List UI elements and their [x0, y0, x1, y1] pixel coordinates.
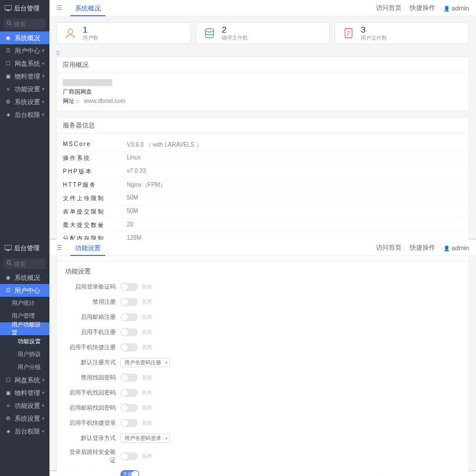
- svg-rect-10: [5, 245, 12, 250]
- chevron-down-icon: ▾: [42, 377, 45, 383]
- nav-user[interactable]: ☰用户中心▾: [0, 44, 49, 57]
- topbar: ☰ 系统概况 访问首页 快捷操作 admin: [49, 0, 476, 16]
- gauge-icon: ◉: [5, 35, 12, 41]
- spec-row: 操作系统Linux: [63, 152, 463, 165]
- info-line: ████████████: [63, 78, 463, 87]
- chevron-down-icon: ▾: [42, 73, 45, 79]
- nav-system[interactable]: ⚙系统设置▾: [0, 95, 49, 108]
- nav-feature[interactable]: ≡功能设置▾: [0, 83, 49, 95]
- toggle[interactable]: 开启: [120, 470, 139, 476]
- nav-user-stats[interactable]: 用户统计: [0, 297, 49, 310]
- chevron-down-icon: ▾: [42, 428, 45, 434]
- nav-feature-settings[interactable]: 功能设置: [0, 335, 49, 348]
- select-register-method[interactable]: 用户名密码注册: [120, 358, 170, 367]
- topbar-user[interactable]: admin: [443, 244, 469, 251]
- nav-overview[interactable]: ◉系统概况: [0, 31, 49, 44]
- brand-label: 后台管理: [14, 244, 40, 253]
- svg-rect-0: [5, 5, 12, 10]
- nav-material[interactable]: ▣物料管理▾: [0, 70, 49, 83]
- main: ☰ 系统概况 访问首页 快捷操作 admin 1用户数 2物理文件数 3: [49, 0, 476, 270]
- section-title: 应用概况: [57, 57, 468, 73]
- nav-perm[interactable]: ◈后台权限▾: [0, 425, 49, 438]
- section-app-overview: 应用概况 ████████████ 广商国网盘 网址：www.dbnwl.com: [56, 56, 469, 111]
- stat-files-physical: 2物理文件数: [196, 22, 330, 44]
- toggle[interactable]: [120, 313, 138, 321]
- gear-icon: ⚙: [5, 99, 12, 105]
- gauge-icon: ◉: [5, 275, 12, 280]
- search-box[interactable]: [3, 19, 46, 29]
- nav-system[interactable]: ⚙系统设置▾: [0, 412, 49, 425]
- toggle[interactable]: [120, 419, 138, 427]
- tab-usermgmt[interactable]: 用户管理: [70, 471, 105, 476]
- chevron-down-icon: ▾: [42, 48, 45, 54]
- svg-point-12: [7, 261, 10, 264]
- toggle[interactable]: [120, 452, 138, 460]
- sliders-icon: ≡: [5, 86, 12, 92]
- nav-user-feature[interactable]: 用户功能设置▾: [0, 322, 49, 335]
- stat-num: 2: [222, 25, 248, 34]
- user-icon: ☰: [5, 287, 12, 293]
- brand-label: 后台管理: [14, 4, 40, 13]
- chevron-down-icon: ▾: [42, 326, 45, 332]
- toggle[interactable]: [120, 389, 138, 397]
- disk-icon: ☐: [5, 61, 12, 66]
- search-icon: [6, 20, 12, 26]
- stat-label: 用户数: [83, 35, 98, 41]
- chevron-down-icon: ▾: [42, 390, 45, 396]
- menu-toggle-icon[interactable]: ☰: [56, 244, 62, 251]
- toggle[interactable]: [120, 328, 138, 336]
- box-icon: ▣: [5, 390, 12, 396]
- section-title: 服务器信息: [57, 118, 468, 134]
- stat-num: 1: [83, 25, 98, 34]
- svg-point-4: [68, 29, 73, 34]
- file-icon: [341, 26, 356, 41]
- link-visit-home[interactable]: 访问首页: [376, 3, 402, 12]
- nav-disk[interactable]: ☐网盘系统▾: [0, 374, 49, 386]
- topbar-user[interactable]: admin: [443, 5, 469, 12]
- tab-settings[interactable]: 功能设置: [70, 240, 105, 256]
- nav-feature[interactable]: ≡功能设置▾: [0, 399, 49, 412]
- nav-disk[interactable]: ☐网盘系统▾: [0, 57, 49, 70]
- topbar: ☰ 用户管理 访问首页 快捷操作 admin: [49, 471, 476, 476]
- nav-user-group[interactable]: 用户分组: [0, 361, 49, 374]
- toggle[interactable]: [120, 283, 138, 291]
- row-default-register: 默认注册方式用户名密码注册: [65, 357, 460, 368]
- link-quick-ops[interactable]: 快捷操作: [410, 243, 435, 252]
- nav-user[interactable]: ☰用户中心▾: [0, 284, 49, 297]
- info-line: 网址：www.dbnwl.com: [63, 97, 463, 106]
- form-panel: 功能设置 启用登录验证码关闭 禁用注册关闭 启用邮箱注册关闭 启用手机注册关闭 …: [56, 261, 469, 476]
- row-disable-register: 禁用注册关闭: [65, 297, 460, 307]
- nav-perm[interactable]: ◈后台权限▾: [0, 108, 49, 121]
- desktop-icon: [5, 5, 12, 11]
- toggle[interactable]: [120, 343, 138, 351]
- toggle[interactable]: [120, 404, 138, 412]
- stat-label: 用户文件数: [361, 35, 387, 41]
- toggle[interactable]: [120, 298, 138, 306]
- select-login-method[interactable]: 用户名密码登录: [120, 434, 170, 443]
- box-icon: ▣: [5, 73, 12, 79]
- chevron-down-icon: ▾: [42, 61, 45, 66]
- stats-row: 1用户数 2物理文件数 3用户文件数: [49, 16, 476, 50]
- users-icon: [63, 26, 78, 41]
- menu-toggle-icon[interactable]: ☰: [56, 4, 62, 12]
- stat-label: 物理文件数: [222, 35, 248, 41]
- row-phone-findpwd: 启用手机找回密码关闭: [65, 388, 460, 398]
- user-icon: ☰: [5, 48, 12, 54]
- stat-num: 3: [361, 25, 387, 34]
- row-email-findpwd: 启用邮箱找回密码关闭: [65, 403, 460, 413]
- nav-material[interactable]: ▣物料管理▾: [0, 386, 49, 399]
- link-visit-home[interactable]: 访问首页: [376, 243, 402, 252]
- link-quick-ops[interactable]: 快捷操作: [410, 3, 435, 12]
- nav: ◉系统概况 ☰用户中心▾ ☐网盘系统▾ ▣物料管理▾ ≡功能设置▾ ⚙系统设置▾…: [0, 31, 49, 121]
- spec-row: 表单提交限制50M: [63, 205, 463, 219]
- toggle[interactable]: [120, 374, 138, 382]
- tab-overview[interactable]: 系统概况: [70, 0, 105, 16]
- nav-user-agreement[interactable]: 用户协议: [0, 348, 49, 361]
- spec-row: MSCoreV3.6.0 （ with LARAVELS ）: [63, 138, 463, 152]
- svg-point-2: [7, 21, 10, 24]
- nav-overview[interactable]: ◉系统概况: [0, 271, 49, 284]
- search-box[interactable]: [3, 258, 46, 269]
- main: ☰ 功能设置 访问首页 快捷操作 admin 功能设置 启用登录验证码关闭 禁用…: [49, 240, 476, 476]
- shield-icon: ◈: [5, 112, 12, 118]
- stat-files-user: 3用户文件数: [335, 22, 469, 44]
